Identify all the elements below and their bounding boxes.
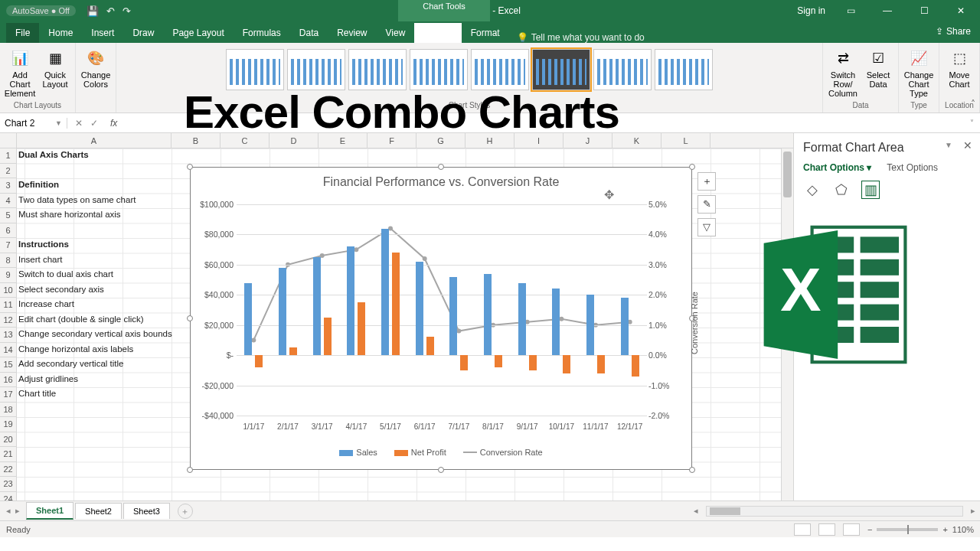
tab-format[interactable]: Format <box>462 23 509 43</box>
sheet-nav-next-icon[interactable]: ▸ <box>15 506 20 516</box>
signin-link[interactable]: Sign in <box>797 5 825 16</box>
row-headers[interactable]: 123456789101112131415161718192021222324 <box>0 148 17 500</box>
resize-handle[interactable] <box>438 467 444 473</box>
netprofit-bar[interactable] <box>289 347 297 355</box>
normal-view-icon[interactable] <box>794 523 811 536</box>
select-all-corner[interactable] <box>0 133 17 148</box>
chart-style-6[interactable] <box>532 49 590 90</box>
text-options-tab[interactable]: Text Options <box>887 162 938 173</box>
change-chart-type-button[interactable]: 📈Change Chart Type <box>903 46 934 98</box>
sales-bar[interactable] <box>347 246 354 355</box>
sales-bar[interactable] <box>484 274 492 355</box>
cancel-formula-icon[interactable]: ✕ <box>75 118 83 129</box>
netprofit-bar[interactable] <box>255 355 263 367</box>
save-icon[interactable]: 💾 <box>87 5 99 17</box>
redo-icon[interactable]: ↷ <box>122 5 131 17</box>
close-icon[interactable]: ✕ <box>949 5 972 16</box>
tab-formulas[interactable]: Formulas <box>234 23 290 43</box>
chart-elements-button[interactable]: ＋ <box>697 172 716 191</box>
sales-bar[interactable] <box>449 277 457 356</box>
conversion-line[interactable] <box>253 229 629 341</box>
sheet-tab-2[interactable]: Sheet2 <box>75 503 122 519</box>
page-layout-view-icon[interactable] <box>818 523 835 536</box>
tab-home[interactable]: Home <box>39 23 82 43</box>
sheet-tab-1[interactable]: Sheet1 <box>26 502 74 520</box>
switch-row-column-button[interactable]: ⇄Switch Row/ Column <box>828 46 858 98</box>
tab-view[interactable]: View <box>377 23 415 43</box>
netprofit-bar[interactable] <box>358 302 365 355</box>
secondary-axis-title[interactable]: Conversion Rate <box>690 292 699 354</box>
embedded-chart[interactable]: ✥ ＋ ✎ ▽ Financial Performance vs. Conver… <box>190 167 692 470</box>
sales-bar[interactable] <box>381 229 389 356</box>
sales-bar[interactable] <box>313 257 321 355</box>
chart-style-7[interactable] <box>593 49 652 90</box>
netprofit-bar[interactable] <box>426 337 434 355</box>
add-chart-element-button[interactable]: 📊Add Chart Element <box>5 46 35 98</box>
sheet-tab-3[interactable]: Sheet3 <box>123 503 170 519</box>
pane-options-dropdown-icon[interactable]: ▼ <box>945 141 952 149</box>
resize-handle[interactable] <box>187 164 193 170</box>
change-colors-button[interactable]: 🎨Change Colors <box>80 46 111 89</box>
chart-style-8[interactable] <box>655 49 713 90</box>
tab-file[interactable]: File <box>6 23 39 43</box>
undo-icon[interactable]: ↶ <box>106 5 115 17</box>
resize-handle[interactable] <box>689 467 695 473</box>
chart-style-1[interactable] <box>226 49 284 90</box>
sales-bar[interactable] <box>279 268 286 355</box>
page-break-view-icon[interactable] <box>843 523 860 536</box>
quick-layout-button[interactable]: ▦Quick Layout <box>40 46 70 98</box>
select-data-button[interactable]: ☑Select Data <box>863 46 893 98</box>
resize-handle[interactable] <box>187 315 193 321</box>
chart-legend[interactable]: Sales Net Profit Conversion Rate <box>191 448 691 457</box>
chart-style-4[interactable] <box>410 49 468 90</box>
tab-insert[interactable]: Insert <box>82 23 123 43</box>
resize-handle[interactable] <box>187 467 193 473</box>
move-chart-button[interactable]: ⬚Move Chart <box>944 46 975 89</box>
tab-review[interactable]: Review <box>328 23 376 43</box>
tell-me-search[interactable]: 💡 Tell me what you want to do <box>517 32 645 43</box>
tab-design[interactable]: Design <box>414 23 461 43</box>
chart-style-2[interactable] <box>287 49 345 90</box>
tab-data[interactable]: Data <box>290 23 328 43</box>
tab-draw[interactable]: Draw <box>123 23 163 43</box>
sales-bar[interactable] <box>621 298 629 355</box>
sales-bar[interactable] <box>552 289 560 355</box>
resize-handle[interactable] <box>689 164 695 170</box>
netprofit-bar[interactable] <box>392 253 400 355</box>
pane-close-icon[interactable]: ✕ <box>963 139 972 152</box>
sales-bar[interactable] <box>586 295 594 355</box>
zoom-out-icon[interactable]: − <box>867 525 872 534</box>
chart-style-5[interactable] <box>471 49 529 90</box>
chart-styles-button[interactable]: ✎ <box>697 195 716 214</box>
netprofit-bar[interactable] <box>529 355 537 370</box>
effects-icon[interactable]: ⬠ <box>832 181 851 199</box>
sales-bar[interactable] <box>244 283 252 356</box>
netprofit-bar[interactable] <box>460 355 468 370</box>
expand-formula-bar-icon[interactable]: ˅ <box>964 119 980 127</box>
worksheet-grid[interactable]: ABCDEFGHIJKL 123456789101112131415161718… <box>0 133 793 500</box>
chart-options-tab[interactable]: Chart Options ▾ <box>803 162 871 173</box>
plot-area[interactable] <box>237 204 647 416</box>
size-properties-icon[interactable]: ▥ <box>861 181 880 199</box>
resize-handle[interactable] <box>438 164 444 170</box>
netprofit-bar[interactable] <box>632 355 639 377</box>
zoom-in-icon[interactable]: + <box>942 525 947 534</box>
sales-bar[interactable] <box>416 262 423 355</box>
sales-bar[interactable] <box>518 283 526 356</box>
zoom-level[interactable]: 110% <box>952 525 974 534</box>
netprofit-bar[interactable] <box>324 318 332 355</box>
new-sheet-button[interactable]: ＋ <box>178 504 193 519</box>
horizontal-scrollbar[interactable]: ◂▸ <box>689 506 980 517</box>
maximize-icon[interactable]: ☐ <box>913 5 936 16</box>
chart-filters-button[interactable]: ▽ <box>697 218 716 236</box>
chart-title[interactable]: Financial Performance vs. Conversion Rat… <box>191 168 691 194</box>
zoom-slider[interactable] <box>877 528 938 531</box>
autosave-toggle[interactable]: AutoSave ● Off <box>6 5 76 16</box>
enter-formula-icon[interactable]: ✓ <box>90 118 98 129</box>
ribbon-options-icon[interactable]: ▭ <box>839 5 862 16</box>
fill-line-icon[interactable]: ◇ <box>803 181 822 199</box>
minimize-icon[interactable]: — <box>876 5 899 16</box>
share-button[interactable]: ⇪ Share <box>936 26 971 37</box>
name-box[interactable]: Chart 2▼ <box>0 118 67 129</box>
sheet-nav-prev-icon[interactable]: ◂ <box>6 506 11 516</box>
